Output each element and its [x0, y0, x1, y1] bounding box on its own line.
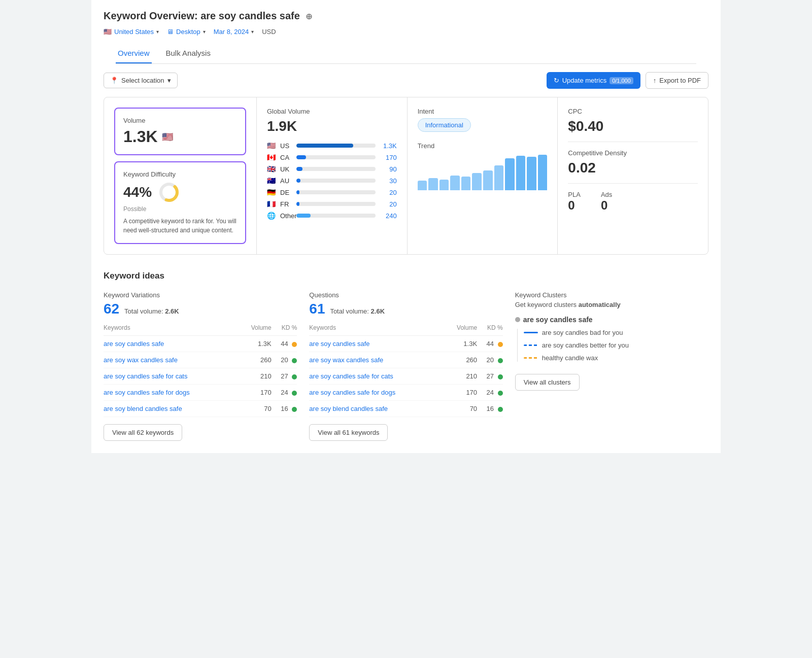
keyword-link[interactable]: are soy candles safe — [309, 340, 369, 348]
trend-bar — [439, 180, 449, 190]
keyword-ideas-section: Keyword ideas Keyword Variations 62 Tota… — [91, 259, 721, 453]
kd-cell: 24 — [272, 385, 297, 401]
volume-flag: 🇺🇸 — [162, 131, 173, 143]
pla-value: 0 — [568, 198, 581, 213]
kd-dot — [498, 407, 503, 412]
country-filter[interactable]: 🇺🇸 United States ▾ — [104, 28, 159, 36]
keyword-link[interactable]: are soy candles safe for dogs — [104, 389, 190, 396]
variations-subtitle: Keyword Variations — [104, 291, 297, 299]
cpc-value: $0.40 — [568, 118, 698, 134]
country-code: UK — [280, 165, 293, 173]
kd-cell: 20 — [477, 352, 503, 368]
title-prefix: Keyword Overview: — [104, 10, 198, 21]
q-col-kd-header: KD % — [477, 324, 503, 336]
keyword-link[interactable]: are soy candles safe for cats — [104, 372, 187, 380]
volume-cell: 260 — [240, 352, 272, 368]
kd-value: 44% — [123, 184, 152, 200]
cluster-item: are soy candles bad for you — [524, 329, 708, 336]
cluster-line — [524, 344, 538, 346]
location-pin-icon: 📍 — [110, 77, 118, 84]
country-value: 30 — [379, 177, 397, 185]
keyword-link[interactable]: are soy candles safe for dogs — [309, 389, 395, 396]
view-all-clusters-button[interactable]: View all clusters — [515, 374, 580, 391]
trend-bar — [494, 165, 504, 190]
country-bar — [296, 167, 302, 171]
kd-dot — [292, 391, 297, 396]
kd-dot — [498, 374, 503, 379]
cluster-root-icon — [515, 317, 520, 322]
country-value: 20 — [379, 200, 397, 208]
kd-dot — [292, 342, 297, 347]
volume-cell: 1.3K — [445, 336, 477, 352]
device-filter[interactable]: 🖥 Desktop ▾ — [167, 28, 206, 36]
cpc-card: CPC $0.40 Competitive Density 0.02 PLA 0… — [558, 97, 708, 254]
variations-count: 62 — [104, 301, 119, 317]
table-row: are soy candles safe 1.3K 44 — [104, 336, 297, 352]
variations-table: Keywords Volume KD % are soy candles saf… — [104, 324, 297, 417]
questions-count: 61 — [309, 301, 325, 317]
cluster-root: are soy candles safe — [515, 316, 708, 324]
kd-cell: 24 — [477, 385, 503, 401]
intent-badge: Informational — [418, 118, 471, 132]
volume-cell: 260 — [445, 352, 477, 368]
cluster-line — [524, 357, 538, 359]
select-location-button[interactable]: 📍 Select location ▾ — [104, 73, 178, 88]
add-keyword-button[interactable]: ⊕ — [306, 12, 312, 21]
trend-bar — [483, 170, 493, 190]
country-flag: 🇫🇷 — [267, 200, 277, 208]
country-code: CA — [280, 154, 293, 161]
trend-bar — [516, 156, 526, 190]
keyword-link[interactable]: are soy candles safe for cats — [309, 372, 393, 380]
clusters-desc-bold: automatically — [579, 301, 621, 308]
export-pdf-button[interactable]: ↑ Export to PDF — [646, 72, 708, 89]
kd-cell: 27 — [477, 368, 503, 385]
country-bar — [296, 214, 311, 218]
tab-bulk-analysis[interactable]: Bulk Analysis — [164, 44, 213, 63]
ideas-grid: Keyword Variations 62 Total volume: 2.6K… — [104, 291, 708, 441]
kd-donut-chart — [158, 181, 180, 203]
cluster-line — [524, 332, 538, 333]
view-all-variations-button[interactable]: View all 62 keywords — [104, 424, 182, 441]
keyword-link[interactable]: are soy wax candles safe — [309, 356, 383, 364]
chevron-down-icon: ▾ — [203, 29, 206, 34]
country-value: 20 — [379, 189, 397, 196]
trend-bar — [505, 158, 515, 190]
global-volume-card: Global Volume 1.9K 🇺🇸 US 1.3K 🇨🇦 CA 170 … — [257, 97, 407, 254]
volume-value: 1.3K 🇺🇸 — [123, 127, 237, 146]
header: Keyword Overview: are soy candles safe ⊕… — [91, 0, 721, 64]
country-code: AU — [280, 177, 293, 185]
table-row: are soy candles safe for cats 210 27 — [309, 368, 502, 385]
date-filter[interactable]: Mar 8, 2024 ▾ — [214, 28, 254, 36]
export-icon: ↑ — [653, 77, 657, 84]
tab-overview[interactable]: Overview — [116, 44, 152, 63]
keyword-difficulty-card: Keyword Difficulty 44% Possible A compet… — [114, 161, 246, 244]
ads-item: Ads 0 — [601, 191, 612, 213]
keyword-link[interactable]: are soy wax candles safe — [104, 356, 178, 364]
volume-cell: 210 — [445, 368, 477, 385]
cluster-item-label: are soy candles bad for you — [542, 329, 623, 336]
chevron-down-icon: ▾ — [251, 29, 254, 34]
volume-cell: 1.3K — [240, 336, 272, 352]
kd-cell: 20 — [272, 352, 297, 368]
table-row: are soy candles safe for cats 210 27 — [104, 368, 297, 385]
cpc-label: CPC — [568, 108, 698, 115]
country-row: 🌐 Other 240 — [267, 212, 397, 220]
country-bar-wrap — [296, 202, 376, 206]
q-col-keywords-header: Keywords — [309, 324, 445, 336]
kd-label: Keyword Difficulty — [123, 170, 237, 178]
comp-density-label: Competitive Density — [568, 149, 698, 157]
page-title: Keyword Overview: are soy candles safe ⊕ — [104, 10, 708, 22]
kd-cell: 44 — [477, 336, 503, 352]
keyword-link[interactable]: are soy candles safe — [104, 340, 164, 348]
left-metrics-column: Volume 1.3K 🇺🇸 Keyword Difficulty 44% — [104, 97, 256, 254]
view-all-questions-button[interactable]: View all 61 keywords — [309, 424, 388, 441]
table-row: are soy candles safe 1.3K 44 — [309, 336, 502, 352]
pla-ads-row: PLA 0 Ads 0 — [568, 191, 698, 213]
metrics-grid: Volume 1.3K 🇺🇸 Keyword Difficulty 44% — [104, 97, 708, 255]
keyword-link[interactable]: are soy blend candles safe — [104, 405, 182, 412]
country-row: 🇺🇸 US 1.3K — [267, 142, 397, 150]
country-flag: 🇨🇦 — [267, 153, 277, 161]
update-metrics-button[interactable]: ↻ Update metrics 0/1,000 — [547, 72, 640, 89]
country-value: 240 — [379, 212, 397, 220]
keyword-link[interactable]: are soy blend candles safe — [309, 405, 388, 412]
